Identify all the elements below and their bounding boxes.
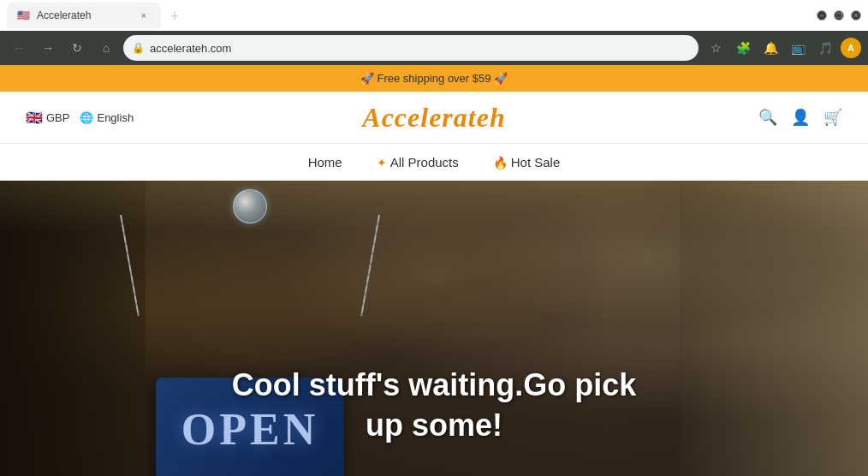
refresh-button[interactable]: ↻ xyxy=(65,36,89,60)
bookmark-icon[interactable]: ☆ xyxy=(704,36,728,60)
nav-home-label: Home xyxy=(308,155,342,170)
back-button[interactable]: ← xyxy=(7,36,31,60)
hero-text: Cool stuff's waiting.Go pick up some! xyxy=(220,366,648,446)
language-selector[interactable]: 🌐 English xyxy=(80,111,134,124)
fire-icon: 🔥 xyxy=(493,156,508,170)
search-icon[interactable]: 🔍 xyxy=(758,108,777,127)
hero-headline: Cool stuff's waiting.Go pick up some! xyxy=(220,366,648,446)
window-controls: − ❐ × xyxy=(817,10,861,21)
home-button[interactable]: ⌂ xyxy=(94,36,118,60)
main-navigation: Home ✦ All Products 🔥 Hot Sale xyxy=(0,143,868,181)
announcement-rocket-left: 🚀 xyxy=(360,72,374,85)
header-icons: 🔍 👤 🛒 xyxy=(758,108,842,127)
hero-section: OPEN Cool stuff's waiting.Go pick up som… xyxy=(0,181,868,476)
tab-close-button[interactable]: × xyxy=(137,9,151,22)
title-bar: 🇺🇸 Accelerateh × + − ❐ × xyxy=(0,0,868,31)
browser-toolbar: ← → ↻ ⌂ 🔒 accelerateh.com ☆ 🧩 🔔 📺 🎵 A xyxy=(0,31,868,65)
browser-window: 🇺🇸 Accelerateh × + − ❐ × ← → ↻ ⌂ 🔒 accel… xyxy=(0,0,868,65)
minimize-button[interactable]: − xyxy=(817,10,827,21)
maximize-button[interactable]: ❐ xyxy=(834,10,844,21)
tab-bar: 🇺🇸 Accelerateh × + xyxy=(7,3,810,28)
toolbar-icons: ☆ 🧩 🔔 📺 🎵 A xyxy=(704,36,861,60)
announcement-bar: 🚀 Free shipping over $59 🚀 xyxy=(0,65,868,92)
browser-tab[interactable]: 🇺🇸 Accelerateh × xyxy=(7,3,161,28)
nav-home[interactable]: Home xyxy=(308,155,342,170)
website-content: 🚀 Free shipping over $59 🚀 🇬🇧 GBP 🌐 Engl… xyxy=(0,65,868,476)
extensions-icon[interactable]: 🧩 xyxy=(731,36,755,60)
screen-cast-icon[interactable]: 📺 xyxy=(786,36,810,60)
nav-hot-sale[interactable]: 🔥 Hot Sale xyxy=(493,155,561,170)
site-logo[interactable]: Accelerateh xyxy=(362,102,505,134)
globe-icon: 🌐 xyxy=(80,111,93,124)
forward-button[interactable]: → xyxy=(36,36,60,60)
flag-icon: 🇬🇧 xyxy=(26,110,43,126)
chain-left xyxy=(120,215,140,317)
chain-right xyxy=(360,215,380,317)
currency-label: GBP xyxy=(46,111,69,124)
announcement-text: Free shipping over $59 xyxy=(378,72,491,85)
announcement-rocket-right: 🚀 xyxy=(494,72,508,85)
account-icon[interactable]: 👤 xyxy=(791,108,810,127)
nav-all-products[interactable]: ✦ All Products xyxy=(377,155,459,170)
language-label: English xyxy=(97,111,134,124)
new-tab-button[interactable]: + xyxy=(163,4,187,28)
url-text: accelerateh.com xyxy=(150,42,690,55)
media-icon[interactable]: 🎵 xyxy=(813,36,837,60)
address-bar[interactable]: 🔒 accelerateh.com xyxy=(123,35,699,61)
tab-favicon: 🇺🇸 xyxy=(17,9,30,21)
notifications-icon[interactable]: 🔔 xyxy=(758,36,782,60)
tab-title: Accelerateh xyxy=(37,9,130,21)
profile-button[interactable]: A xyxy=(841,38,861,58)
nav-all-products-label: All Products xyxy=(390,155,459,170)
site-header: 🇬🇧 GBP 🌐 English Accelerateh 🔍 👤 🛒 xyxy=(0,92,868,143)
currency-selector[interactable]: 🇬🇧 GBP xyxy=(26,110,69,126)
bolt-icon: ✦ xyxy=(377,156,387,170)
lock-icon: 🔒 xyxy=(132,42,145,54)
close-button[interactable]: × xyxy=(851,10,861,21)
nav-hot-sale-label: Hot Sale xyxy=(511,155,561,170)
cart-icon[interactable]: 🛒 xyxy=(823,108,842,127)
